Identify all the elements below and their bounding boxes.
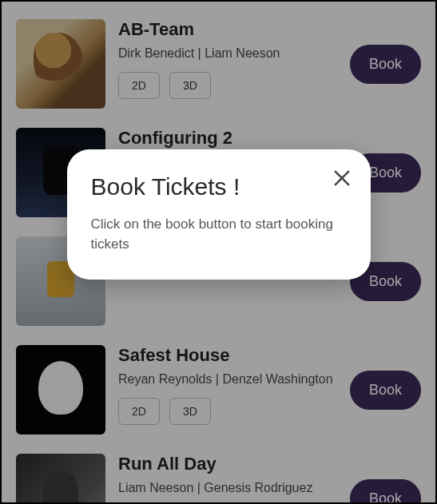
book-tickets-dialog: Book Tickets ! Click on the book button … xyxy=(67,149,371,280)
modal-overlay[interactable]: Book Tickets ! Click on the book button … xyxy=(2,2,435,502)
dialog-body: Click on the book button to start bookin… xyxy=(91,215,347,254)
dialog-title: Book Tickets ! xyxy=(91,173,347,200)
close-icon[interactable] xyxy=(331,167,353,189)
